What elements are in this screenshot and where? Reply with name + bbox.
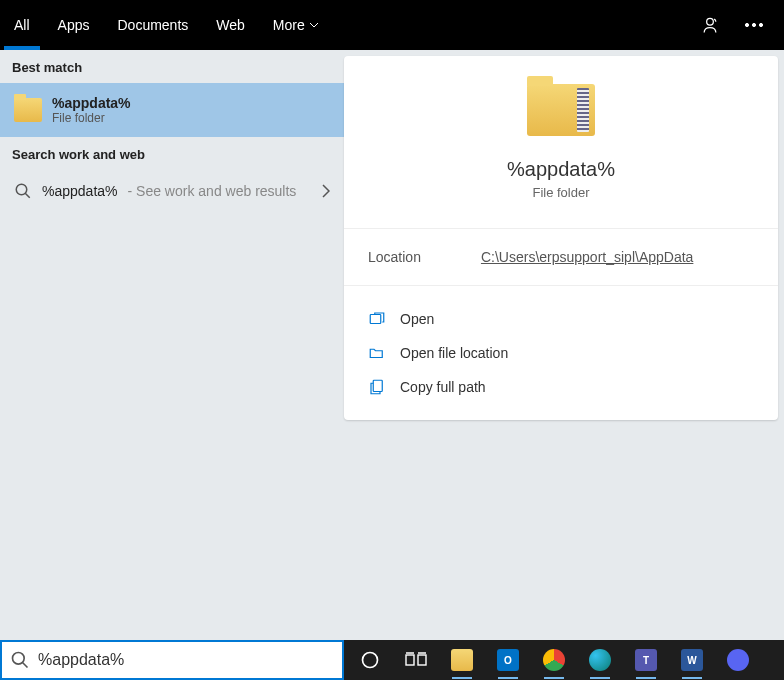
tab-documents[interactable]: Documents	[103, 0, 202, 50]
folder-icon-large	[527, 84, 595, 136]
taskbar-teams[interactable]: T	[626, 644, 666, 676]
taskbar-outlook[interactable]: O	[488, 644, 528, 676]
action-copy-path[interactable]: Copy full path	[364, 370, 758, 404]
location-value[interactable]: C:\Users\erpsupport_sipl\AppData	[481, 249, 693, 265]
tab-more[interactable]: More	[259, 0, 333, 50]
search-web-header: Search work and web	[0, 137, 344, 170]
search-web-row[interactable]: %appdata% - See work and web results	[0, 170, 344, 212]
taskbar-file-explorer[interactable]	[442, 644, 482, 676]
edge-icon	[589, 649, 611, 671]
taskbar-word[interactable]: W	[672, 644, 712, 676]
tab-apps[interactable]: Apps	[44, 0, 104, 50]
action-open-location[interactable]: Open file location	[364, 336, 758, 370]
search-input[interactable]	[38, 651, 334, 669]
svg-point-0	[707, 18, 714, 25]
discord-icon	[727, 649, 749, 671]
svg-rect-5	[370, 315, 381, 324]
chrome-icon	[543, 649, 565, 671]
search-box[interactable]	[0, 640, 344, 680]
chevron-right-icon	[322, 184, 330, 198]
teams-icon: T	[635, 649, 657, 671]
taskbar-task-view[interactable]	[396, 644, 436, 676]
outlook-icon: O	[497, 649, 519, 671]
svg-point-1	[745, 23, 748, 26]
search-icon	[14, 182, 32, 200]
search-icon	[10, 650, 30, 670]
svg-rect-6	[373, 380, 382, 391]
search-web-hint: - See work and web results	[128, 183, 297, 199]
search-web-term: %appdata%	[42, 183, 118, 199]
tab-web[interactable]: Web	[202, 0, 259, 50]
action-open-location-label: Open file location	[400, 345, 508, 361]
best-match-result[interactable]: %appdata% File folder	[0, 83, 344, 137]
word-icon: W	[681, 649, 703, 671]
file-explorer-icon	[451, 649, 473, 671]
taskbar-cortana[interactable]	[350, 644, 390, 676]
task-view-icon	[405, 652, 427, 668]
chevron-down-icon	[309, 22, 319, 28]
taskbar-edge[interactable]	[580, 644, 620, 676]
open-icon	[368, 310, 386, 328]
action-open[interactable]: Open	[364, 302, 758, 336]
svg-point-8	[363, 653, 378, 668]
cortana-icon	[360, 650, 380, 670]
svg-rect-10	[418, 655, 426, 665]
folder-open-icon	[368, 344, 386, 362]
action-open-label: Open	[400, 311, 434, 327]
result-subtitle: File folder	[52, 111, 131, 125]
results-pane: Best match %appdata% File folder Search …	[0, 50, 344, 640]
detail-title: %appdata%	[507, 158, 615, 181]
folder-icon	[14, 98, 42, 122]
more-options-icon[interactable]	[732, 0, 776, 50]
svg-point-3	[759, 23, 762, 26]
search-filter-tabs: All Apps Documents Web More	[0, 0, 784, 50]
result-title: %appdata%	[52, 95, 131, 111]
location-label: Location	[368, 249, 421, 265]
taskbar-chrome[interactable]	[534, 644, 574, 676]
tab-all[interactable]: All	[0, 0, 44, 50]
svg-point-7	[13, 653, 25, 665]
best-match-header: Best match	[0, 50, 344, 83]
copy-icon	[368, 378, 386, 396]
svg-rect-9	[406, 655, 414, 665]
feedback-icon[interactable]	[688, 0, 732, 50]
svg-point-4	[16, 184, 27, 195]
detail-pane: %appdata% File folder Location C:\Users\…	[344, 50, 784, 640]
taskbar: O T W	[344, 640, 784, 680]
svg-point-2	[752, 23, 755, 26]
detail-subtitle: File folder	[532, 185, 589, 200]
action-copy-path-label: Copy full path	[400, 379, 486, 395]
taskbar-discord[interactable]	[718, 644, 758, 676]
tab-more-label: More	[273, 17, 305, 33]
